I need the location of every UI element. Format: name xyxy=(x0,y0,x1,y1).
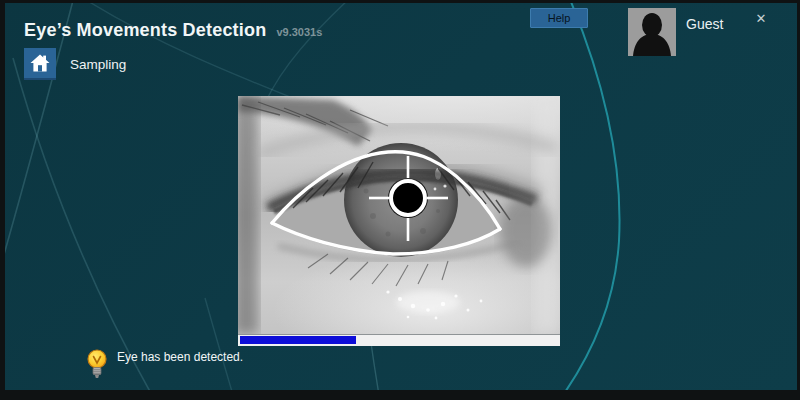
user-avatar[interactable] xyxy=(628,8,676,56)
app-background: Eye’s Movements Detection v9.3031s Help … xyxy=(5,3,797,390)
section-label[interactable]: Sampling xyxy=(70,57,126,72)
help-button[interactable]: Help xyxy=(530,8,588,28)
user-silhouette-icon xyxy=(628,8,676,56)
close-icon: ✕ xyxy=(756,11,767,26)
home-button[interactable] xyxy=(24,48,56,80)
nav-sampling: Sampling xyxy=(24,48,126,80)
app-version: v9.3031s xyxy=(276,26,322,38)
progress-bar xyxy=(238,335,560,346)
light-bulb-icon xyxy=(86,348,108,382)
app-header: Eye’s Movements Detection v9.3031s xyxy=(24,20,322,41)
camera-view xyxy=(238,96,560,335)
close-button[interactable]: ✕ xyxy=(750,8,772,28)
eye-image xyxy=(238,96,560,334)
progress-fill xyxy=(240,336,356,344)
window-frame: Eye’s Movements Detection v9.3031s Help … xyxy=(0,0,800,400)
user-name-label: Guest xyxy=(686,16,723,32)
status-row: Eye has been detected. xyxy=(86,348,243,382)
app-title: Eye’s Movements Detection xyxy=(24,20,266,41)
status-message: Eye has been detected. xyxy=(117,348,243,364)
home-icon xyxy=(30,53,50,73)
